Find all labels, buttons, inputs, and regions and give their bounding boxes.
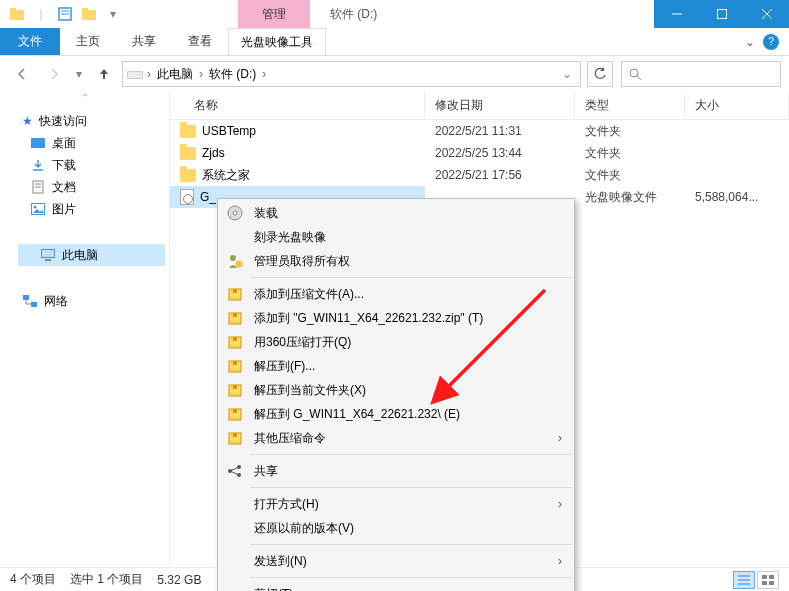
nav-up-button[interactable] bbox=[90, 60, 118, 88]
tab-view[interactable]: 查看 bbox=[172, 28, 228, 55]
tab-share[interactable]: 共享 bbox=[116, 28, 172, 55]
context-menu-item[interactable]: 发送到(N)› bbox=[218, 549, 574, 573]
search-input[interactable] bbox=[621, 61, 781, 87]
svg-rect-25 bbox=[31, 302, 37, 307]
breadcrumb-this-pc[interactable]: 此电脑 bbox=[155, 66, 195, 83]
view-icons-button[interactable] bbox=[757, 571, 779, 589]
chevron-right-icon[interactable]: › bbox=[260, 67, 268, 81]
zip-icon bbox=[226, 333, 244, 351]
sidebar-item-documents[interactable]: 文档 bbox=[0, 176, 169, 198]
sidebar-item-pictures[interactable]: 图片 bbox=[0, 198, 169, 220]
context-menu-item[interactable]: 共享 bbox=[218, 459, 574, 483]
view-details-button[interactable] bbox=[733, 571, 755, 589]
pc-icon bbox=[40, 247, 56, 263]
file-name: 系统之家 bbox=[202, 167, 250, 184]
refresh-button[interactable] bbox=[587, 61, 613, 87]
ribbon-context-group: 管理 bbox=[238, 0, 310, 28]
column-name[interactable]: 名称 bbox=[170, 92, 425, 119]
star-icon: ★ bbox=[22, 114, 33, 128]
file-name: USBTemp bbox=[202, 124, 256, 138]
context-menu-item[interactable]: 解压到 G_WIN11_X64_22621.232\ (E) bbox=[218, 402, 574, 426]
context-menu-item[interactable]: 解压到(F)... bbox=[218, 354, 574, 378]
tab-home[interactable]: 主页 bbox=[60, 28, 116, 55]
nav-recent-dropdown[interactable]: ▾ bbox=[72, 60, 86, 88]
svg-rect-43 bbox=[233, 433, 237, 437]
context-menu: 装载刻录光盘映像管理员取得所有权添加到压缩文件(A)...添加到 "G_WIN1… bbox=[217, 198, 575, 591]
minimize-button[interactable] bbox=[654, 0, 699, 28]
sidebar-quick-access[interactable]: ★ 快速访问 bbox=[0, 110, 169, 132]
context-menu-item[interactable]: 解压到当前文件夹(X) bbox=[218, 378, 574, 402]
disc-icon bbox=[226, 204, 244, 222]
qat-properties[interactable] bbox=[54, 3, 76, 25]
ribbon-expand-icon[interactable]: ⌄ bbox=[745, 35, 755, 49]
svg-point-46 bbox=[237, 473, 241, 477]
titlebar: | ▾ 管理 软件 (D:) bbox=[0, 0, 789, 28]
context-menu-item[interactable]: 管理员取得所有权 bbox=[218, 249, 574, 273]
sidebar-this-pc[interactable]: 此电脑 bbox=[18, 244, 165, 266]
nav-back-button[interactable] bbox=[8, 60, 36, 88]
tab-disc-image-tools[interactable]: 光盘映像工具 bbox=[228, 28, 326, 55]
context-menu-item[interactable]: 其他压缩命令› bbox=[218, 426, 574, 450]
chevron-right-icon: › bbox=[558, 497, 562, 511]
quick-access-toolbar: | ▾ bbox=[0, 3, 130, 25]
maximize-button[interactable] bbox=[699, 0, 744, 28]
breadcrumb-drive[interactable]: 软件 (D:) bbox=[207, 66, 258, 83]
context-menu-label: 装载 bbox=[254, 205, 562, 222]
sidebar-item-label: 下载 bbox=[52, 157, 76, 174]
nav-forward-button[interactable] bbox=[40, 60, 68, 88]
column-size[interactable]: 大小 bbox=[685, 92, 789, 119]
svg-point-45 bbox=[237, 465, 241, 469]
sidebar-item-label: 图片 bbox=[52, 201, 76, 218]
context-menu-item[interactable]: 还原以前的版本(V) bbox=[218, 516, 574, 540]
qat-dropdown-icon[interactable]: ▾ bbox=[102, 3, 124, 25]
context-menu-item[interactable]: 装载 bbox=[218, 201, 574, 225]
context-menu-item[interactable]: 添加到 "G_WIN11_X64_22621.232.zip" (T) bbox=[218, 306, 574, 330]
folder-icon bbox=[180, 169, 196, 182]
svg-rect-1 bbox=[10, 8, 16, 11]
close-button[interactable] bbox=[744, 0, 789, 28]
file-row[interactable]: 系统之家2022/5/21 17:56文件夹 bbox=[170, 164, 789, 186]
context-menu-item[interactable]: 剪切(T) bbox=[218, 582, 574, 591]
svg-line-14 bbox=[637, 76, 641, 80]
file-tab[interactable]: 文件 bbox=[0, 28, 60, 55]
svg-rect-8 bbox=[717, 10, 726, 19]
qat-new-folder[interactable] bbox=[78, 3, 100, 25]
sidebar-network[interactable]: 网络 bbox=[0, 290, 169, 312]
context-menu-item[interactable]: 用360压缩打开(Q) bbox=[218, 330, 574, 354]
context-menu-label: 共享 bbox=[254, 463, 562, 480]
sidebar-item-label: 桌面 bbox=[52, 135, 76, 152]
context-menu-item[interactable]: 添加到压缩文件(A)... bbox=[218, 282, 574, 306]
svg-rect-51 bbox=[762, 575, 767, 579]
ribbon-tabs: 文件 主页 共享 查看 光盘映像工具 ⌄ ? bbox=[0, 28, 789, 56]
context-menu-label: 解压到当前文件夹(X) bbox=[254, 382, 562, 399]
file-type: 光盘映像文件 bbox=[575, 186, 685, 208]
chevron-right-icon[interactable]: › bbox=[145, 67, 153, 81]
address-dropdown-icon[interactable]: ⌄ bbox=[560, 67, 576, 81]
breadcrumb[interactable]: › 此电脑 › 软件 (D:) › ⌄ bbox=[122, 61, 581, 87]
svg-point-13 bbox=[630, 69, 638, 77]
file-row[interactable]: USBTemp2022/5/21 11:31文件夹 bbox=[170, 120, 789, 142]
context-menu-label: 其他压缩命令 bbox=[254, 430, 548, 447]
column-type[interactable]: 类型 bbox=[575, 92, 685, 119]
chevron-right-icon[interactable]: › bbox=[197, 67, 205, 81]
address-bar: ▾ › 此电脑 › 软件 (D:) › ⌄ bbox=[0, 56, 789, 92]
chevron-right-icon: › bbox=[558, 431, 562, 445]
sidebar-item-desktop[interactable]: 桌面 bbox=[0, 132, 169, 154]
svg-rect-12 bbox=[128, 72, 142, 78]
column-date[interactable]: 修改日期 bbox=[425, 92, 575, 119]
context-menu-item[interactable]: 打开方式(H)› bbox=[218, 492, 574, 516]
file-row[interactable]: Zjds2022/5/25 13:44文件夹 bbox=[170, 142, 789, 164]
context-menu-separator bbox=[250, 454, 572, 455]
context-menu-item[interactable]: 刻录光盘映像 bbox=[218, 225, 574, 249]
collapse-caret-icon[interactable]: ⌃ bbox=[81, 92, 89, 103]
help-icon[interactable]: ? bbox=[763, 34, 779, 50]
sidebar-item-label: 此电脑 bbox=[62, 247, 98, 264]
file-size: 5,588,064... bbox=[685, 186, 789, 208]
svg-rect-22 bbox=[42, 250, 54, 257]
file-size bbox=[685, 142, 789, 164]
svg-rect-5 bbox=[82, 10, 96, 20]
chevron-right-icon: › bbox=[558, 554, 562, 568]
svg-rect-39 bbox=[233, 385, 237, 389]
sidebar-item-downloads[interactable]: 下载 bbox=[0, 154, 169, 176]
status-item-count: 4 个项目 bbox=[10, 571, 56, 588]
